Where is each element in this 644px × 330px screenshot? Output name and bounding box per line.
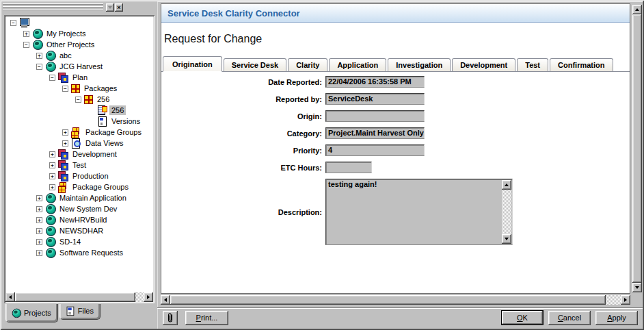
print-button[interactable]: Print... xyxy=(185,311,228,325)
expand-toggle[interactable]: + xyxy=(36,53,42,59)
tree-item-label[interactable]: Test xyxy=(70,160,88,170)
apply-button[interactable]: Apply xyxy=(595,311,638,325)
expand-toggle[interactable]: + xyxy=(36,217,42,223)
tree-item-versions[interactable]: Versions xyxy=(6,116,152,127)
tree-item-package-groups[interactable]: +Package Groups xyxy=(6,181,152,192)
expand-toggle[interactable]: − xyxy=(49,75,55,81)
tree-item-test[interactable]: +Test xyxy=(6,160,152,170)
scrollbar-thumb[interactable] xyxy=(632,14,642,283)
tab-service-desk[interactable]: Service Desk xyxy=(224,58,287,71)
scrollbar-thumb[interactable] xyxy=(170,295,606,305)
reported-by-field[interactable]: ServiceDesk xyxy=(325,93,425,105)
expand-toggle[interactable]: − xyxy=(10,20,16,26)
tree-item-label[interactable]: My Projects xyxy=(44,29,88,38)
tree-item-label[interactable]: Versions xyxy=(109,116,142,126)
tree-item-label[interactable]: Plan xyxy=(70,73,90,82)
tree-item-abc[interactable]: +abc xyxy=(6,50,152,61)
scrollbar-track[interactable] xyxy=(135,292,144,302)
attachment-button[interactable] xyxy=(163,311,178,325)
scroll-left-button[interactable] xyxy=(5,292,15,302)
expand-toggle[interactable]: + xyxy=(49,151,55,157)
tree-item-label[interactable]: Package Groups xyxy=(70,182,131,192)
scrollbar-track[interactable] xyxy=(606,295,621,305)
tree-item-maintain-application[interactable]: +Maintain Application xyxy=(6,192,152,203)
expand-toggle[interactable]: + xyxy=(49,173,55,179)
tree-item-plan[interactable]: −Plan xyxy=(6,72,152,83)
horizontal-scrollbar[interactable] xyxy=(161,295,630,305)
scrollbar-track[interactable] xyxy=(502,190,511,234)
tree-item-label[interactable]: Packages xyxy=(82,84,119,93)
expand-toggle[interactable]: + xyxy=(36,239,42,245)
scroll-up-button[interactable] xyxy=(502,180,511,190)
tree-item-label[interactable]: JCG Harvest xyxy=(57,62,105,71)
tree-item-label[interactable]: Production xyxy=(70,171,111,181)
tree-item-data-views[interactable]: +Data Views xyxy=(6,138,152,149)
origin-field[interactable] xyxy=(325,110,425,122)
expand-toggle[interactable]: + xyxy=(36,250,42,256)
scrollbar-thumb[interactable] xyxy=(15,292,135,302)
expand-toggle[interactable]: + xyxy=(36,206,42,212)
drag-gripper[interactable] xyxy=(3,3,103,12)
tab-origination[interactable]: Origination xyxy=(163,56,222,72)
tree-horizontal-scrollbar[interactable] xyxy=(5,292,153,302)
expand-toggle[interactable]: + xyxy=(36,228,42,234)
tree-item-label[interactable]: NewHRVBuild xyxy=(57,215,109,225)
tree-item-label[interactable]: SD-14 xyxy=(57,237,83,246)
description-field[interactable]: testing again! xyxy=(325,179,513,245)
tree-item-label[interactable]: New System Dev xyxy=(57,204,119,214)
tree-item-packages[interactable]: −Packages xyxy=(6,83,152,94)
tree-item-production[interactable]: +Production xyxy=(6,170,152,181)
vertical-scrollbar[interactable] xyxy=(632,5,642,292)
expand-toggle[interactable]: − xyxy=(36,64,42,70)
tree-item-label[interactable]: Package Groups xyxy=(83,127,144,137)
scroll-up-button[interactable] xyxy=(632,5,642,14)
ok-button[interactable]: OK xyxy=(501,310,544,325)
tree-item-computer[interactable]: − xyxy=(6,17,152,28)
close-button[interactable]: × xyxy=(115,3,123,12)
expand-toggle[interactable]: − xyxy=(62,86,68,92)
date-reported-field[interactable]: 22/04/2006 16:35:58 PM xyxy=(325,76,425,88)
panel-titlebar[interactable]: × xyxy=(3,2,123,13)
tree-item-my-projects[interactable]: +My Projects xyxy=(6,28,152,39)
tree-item-label[interactable]: 256 xyxy=(95,94,111,104)
tree-item-jcg-harvest[interactable]: −JCG Harvest xyxy=(6,61,152,72)
tree-item-label[interactable]: Maintain Application xyxy=(57,193,129,203)
tree-item-sd-14[interactable]: +SD-14 xyxy=(6,236,152,247)
tab-test[interactable]: Test xyxy=(517,58,548,71)
tree-item-newsdhar[interactable]: +NEWSDHAR xyxy=(6,225,152,236)
cancel-button[interactable]: Cancel xyxy=(548,311,591,325)
tree-item-label[interactable]: Software Requests xyxy=(57,248,125,257)
scroll-right-button[interactable] xyxy=(621,295,630,305)
description-scrollbar[interactable] xyxy=(502,180,511,244)
expand-toggle[interactable]: − xyxy=(23,42,29,48)
tab-development[interactable]: Development xyxy=(452,58,515,71)
tree-item-256[interactable]: 256 xyxy=(6,105,152,116)
tab-confirmation[interactable]: Confirmation xyxy=(550,58,613,71)
tree-item-label[interactable]: abc xyxy=(57,51,74,60)
tree-item-label[interactable]: Development xyxy=(70,149,119,159)
expand-toggle[interactable]: + xyxy=(49,162,55,168)
tree-item-label[interactable]: 256 xyxy=(109,105,126,115)
tree-item-package-groups[interactable]: +Package Groups xyxy=(6,127,152,138)
expand-toggle[interactable]: + xyxy=(62,140,68,147)
tree-item-other-projects[interactable]: −Other Projects xyxy=(6,39,152,50)
tree-item-label[interactable]: Data Views xyxy=(83,138,125,148)
priority-field[interactable]: 4 xyxy=(325,144,425,156)
tree-item-label[interactable]: Other Projects xyxy=(44,40,96,49)
expand-toggle[interactable]: + xyxy=(49,184,55,190)
tab-application[interactable]: Application xyxy=(329,58,386,71)
tab-clarity[interactable]: Clarity xyxy=(288,58,327,71)
etc-hours-field[interactable] xyxy=(325,162,372,173)
tree-item-256[interactable]: −256 xyxy=(6,94,152,105)
scroll-left-button[interactable] xyxy=(161,295,170,305)
tree-item-newhrvbuild[interactable]: +NewHRVBuild xyxy=(6,214,152,225)
expand-toggle[interactable]: − xyxy=(75,97,81,103)
scroll-down-button[interactable] xyxy=(502,234,511,244)
tab-files[interactable]: Files xyxy=(59,304,100,320)
expand-toggle[interactable]: + xyxy=(36,195,42,201)
tree-item-development[interactable]: +Development xyxy=(6,149,152,160)
scroll-down-button[interactable] xyxy=(632,283,642,292)
tree-item-software-requests[interactable]: +Software Requests xyxy=(6,247,152,258)
category-field[interactable]: Project.Maint Harvest Only xyxy=(325,127,425,139)
tab-projects[interactable]: Projects xyxy=(5,304,58,322)
